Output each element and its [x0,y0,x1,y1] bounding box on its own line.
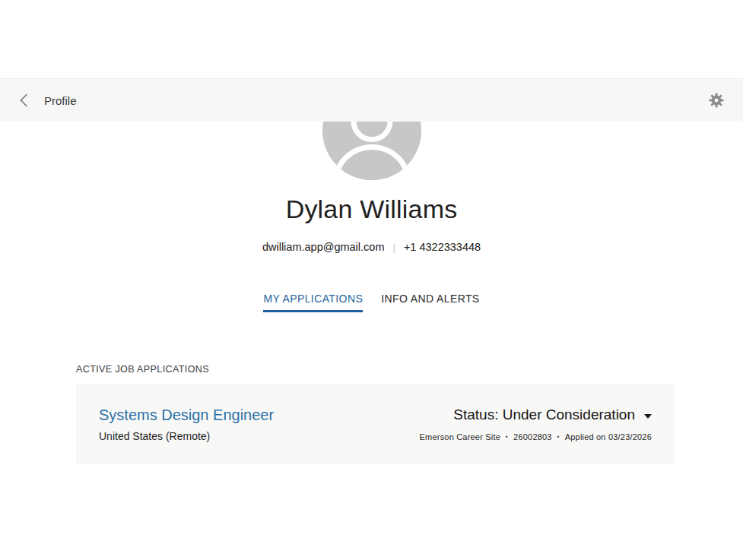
application-job-id: 26002803 [513,432,552,441]
gear-icon [709,93,724,108]
back-button[interactable] [14,90,33,110]
settings-button[interactable] [706,90,726,110]
top-whitespace [0,0,743,78]
job-title-link[interactable]: Systems Design Engineer [99,407,274,424]
avatar-person-body-icon [333,144,411,180]
application-meta: Emerson Career Site ▪ 26002803 ▪ Applied… [420,432,652,441]
status-label: Status: Under Consideration [453,407,635,423]
profile-name: Dylan Williams [286,195,458,224]
application-source: Emerson Career Site [420,432,501,441]
application-status-info: Status: Under Consideration Emerson Care… [420,407,652,441]
section-heading: ACTIVE JOB APPLICATIONS [76,364,675,375]
profile-email: dwilliam.app@gmail.com [262,241,385,253]
status-dropdown[interactable]: Status: Under Consideration [420,407,652,423]
page-title: Profile [44,94,77,107]
tab-my-applications[interactable]: MY APPLICATIONS [263,293,363,312]
meta-bullet-icon: ▪ [557,434,560,440]
contact-separator: | [392,242,395,253]
application-card: Systems Design Engineer United States (R… [76,384,675,464]
profile-tabs: MY APPLICATIONS INFO AND ALERTS [263,293,479,312]
application-applied-date: Applied on 03/23/2026 [565,432,652,441]
profile-phone: +1 4322333448 [404,241,481,253]
chevron-down-icon [644,414,652,419]
job-location: United States (Remote) [99,430,274,442]
contact-row: dwilliam.app@gmail.com | +1 4322333448 [262,241,481,253]
meta-bullet-icon: ▪ [506,434,508,440]
tab-info-and-alerts[interactable]: INFO AND ALERTS [381,293,479,312]
active-applications-section: ACTIVE JOB APPLICATIONS Systems Design E… [76,364,675,464]
header-bar: Profile [0,78,743,122]
chevron-left-icon [19,93,29,108]
application-job-info: Systems Design Engineer United States (R… [99,407,274,441]
profile-section: Dylan Williams dwilliam.app@gmail.com | … [0,122,743,312]
